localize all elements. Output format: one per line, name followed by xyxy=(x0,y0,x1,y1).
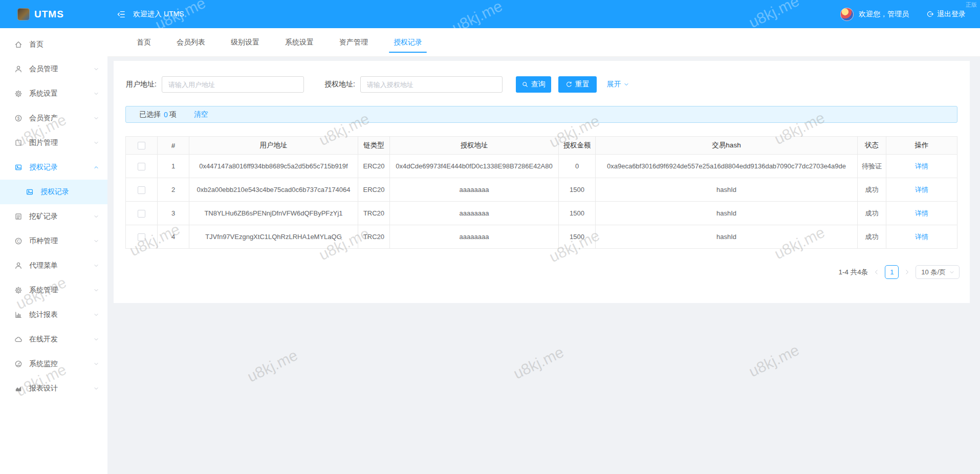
sidebar-item-report-design[interactable]: 报表设计 xyxy=(0,376,107,401)
chevron-down-icon xyxy=(93,115,99,121)
gear-icon xyxy=(14,286,23,295)
sidebar-item-system-management[interactable]: 系统管理 xyxy=(0,278,107,303)
auth-records-table: #用户地址链类型授权地址授权金额交易hash状态操作 10x447147a801… xyxy=(125,136,957,249)
header-bar: UTMS 欢迎进入 UTMS 欢迎您，管理员 退出登录 正版 xyxy=(0,0,980,28)
cell-auth_address: aaaaaaaa xyxy=(390,202,559,225)
column-header: 用户地址 xyxy=(189,137,358,155)
cell-hash: hashId xyxy=(596,225,858,249)
cell-amount: 1500 xyxy=(559,225,596,249)
sidebar-item-agent-menu[interactable]: 代理菜单 xyxy=(0,253,107,278)
tab-asset-management[interactable]: 资产管理 xyxy=(326,28,381,56)
home-icon xyxy=(14,40,23,49)
chevron-down-icon xyxy=(93,164,99,170)
expand-link[interactable]: 展开 xyxy=(607,80,629,89)
page-number-button[interactable]: 1 xyxy=(885,265,899,279)
select-all-checkbox[interactable] xyxy=(138,142,145,149)
tab-auth-records[interactable]: 授权记录 xyxy=(381,28,435,56)
chart-area-icon xyxy=(14,384,23,393)
collapse-menu-icon[interactable] xyxy=(117,10,126,19)
app-logo: UTMS xyxy=(0,8,107,20)
sidebar-item-online-dev[interactable]: 在线开发 xyxy=(0,327,107,352)
welcome-text: 欢迎进入 UTMS xyxy=(133,10,184,19)
detail-link[interactable]: 详情 xyxy=(915,162,928,170)
detail-link[interactable]: 详情 xyxy=(915,233,928,241)
detail-link[interactable]: 详情 xyxy=(915,186,928,193)
chevron-right-icon xyxy=(904,269,910,275)
svg-text:C: C xyxy=(17,239,20,244)
cell-chain: ERC20 xyxy=(358,178,390,202)
cell-index: 3 xyxy=(158,202,189,225)
user-avatar[interactable] xyxy=(840,8,854,21)
selection-prefix: 已选择 xyxy=(139,110,161,119)
chevron-down-icon xyxy=(93,361,99,367)
cell-hash: hashId xyxy=(596,178,858,202)
auth-address-label: 授权地址: xyxy=(324,80,355,89)
cell-auth_address: 0x4dCde69973f4E444b0fD0c1338E98B7286E42A… xyxy=(390,155,559,178)
cell-user_address: 0x447147a8016ff934bb8689c5a2d5b65c715b91… xyxy=(189,155,358,178)
chevron-down-icon xyxy=(93,263,99,269)
auth-address-input[interactable] xyxy=(360,76,503,93)
page-size-select[interactable]: 10 条/页 xyxy=(916,265,960,279)
search-button[interactable]: 查询 xyxy=(516,76,551,93)
sidebar-item-auth-records[interactable]: 授权记录 xyxy=(0,155,107,180)
image-icon xyxy=(14,163,23,172)
sidebar-item-system-settings[interactable]: 系统设置 xyxy=(0,81,107,106)
reset-button[interactable]: 重置 xyxy=(558,76,597,93)
svg-text:$: $ xyxy=(17,116,20,121)
filter-form: 用户地址: 授权地址: 查询 重置 展开 xyxy=(114,61,970,93)
sidebar-item-system-monitor[interactable]: 系统监控 xyxy=(0,352,107,376)
cloud-icon xyxy=(14,335,23,344)
clear-selection-link[interactable]: 清空 xyxy=(194,110,208,119)
cell-index: 2 xyxy=(158,178,189,202)
table-row: 3TN8YLHu6ZB6sPENnjDfnVFW6dQFByPFzYj1TRC2… xyxy=(126,202,957,225)
logout-label: 退出登录 xyxy=(937,10,966,19)
cell-chain: TRC20 xyxy=(358,225,390,249)
cell-chain: TRC20 xyxy=(358,202,390,225)
sidebar-item-statistics-report[interactable]: 统计报表 xyxy=(0,303,107,327)
chart-bar-icon xyxy=(14,311,23,319)
user-address-input[interactable] xyxy=(162,76,304,93)
sidebar-item-coin-management[interactable]: C币种管理 xyxy=(0,229,107,253)
row-checkbox[interactable] xyxy=(138,233,145,241)
cell-action: 详情 xyxy=(886,155,957,178)
chevron-down-icon xyxy=(623,81,629,88)
tab-home[interactable]: 首页 xyxy=(124,28,164,56)
refresh-icon xyxy=(565,81,573,88)
logo-icon xyxy=(17,8,30,20)
chevron-left-icon xyxy=(873,269,880,275)
sidebar-subitem-auth-records-sub[interactable]: 授权记录 xyxy=(0,180,107,204)
table-row: 20xb2a00ebb210e543c4be75cad0c6b737ca7174… xyxy=(126,178,957,202)
sidebar-item-image-management[interactable]: 图片管理 xyxy=(0,131,107,155)
column-header: 状态 xyxy=(858,137,886,155)
tab-level-settings[interactable]: 级别设置 xyxy=(218,28,272,56)
logout-button[interactable]: 退出登录 xyxy=(926,10,966,19)
sidebar-item-home[interactable]: 首页 xyxy=(0,32,107,57)
watermark: u8kj.me xyxy=(511,343,567,383)
watermark: u8kj.me xyxy=(746,341,802,381)
row-checkbox[interactable] xyxy=(138,186,145,194)
chevron-down-icon xyxy=(93,140,99,146)
cell-action: 详情 xyxy=(886,178,957,202)
search-icon xyxy=(521,81,529,88)
sidebar-item-member-management[interactable]: 会员管理 xyxy=(0,57,107,81)
detail-link[interactable]: 详情 xyxy=(915,209,928,217)
cell-action: 详情 xyxy=(886,225,957,249)
cell-amount: 1500 xyxy=(559,178,596,202)
row-checkbox[interactable] xyxy=(138,163,145,170)
prev-page-button[interactable] xyxy=(873,269,880,275)
dollar-icon: $ xyxy=(14,114,23,123)
square-icon xyxy=(14,139,23,147)
row-checkbox[interactable] xyxy=(138,210,145,218)
cell-hash: hashId xyxy=(596,202,858,225)
cell-amount: 1500 xyxy=(559,202,596,225)
app-title: UTMS xyxy=(34,9,64,20)
next-page-button[interactable] xyxy=(904,269,910,275)
tab-member-list[interactable]: 会员列表 xyxy=(164,28,218,56)
tab-system-settings[interactable]: 系统设置 xyxy=(272,28,326,56)
cell-action: 详情 xyxy=(886,202,957,225)
sidebar-item-mining-records[interactable]: 挖矿记录 xyxy=(0,204,107,229)
sidebar-item-member-assets[interactable]: $会员资产 xyxy=(0,106,107,131)
column-header: # xyxy=(158,137,189,155)
user-icon xyxy=(14,65,23,74)
chevron-down-icon xyxy=(93,213,99,220)
